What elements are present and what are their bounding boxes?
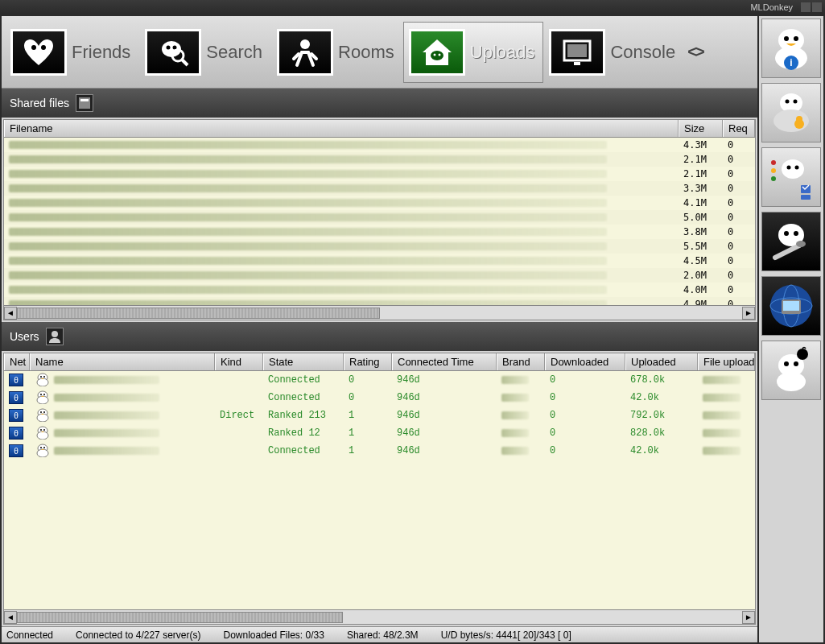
cell-req: 0 xyxy=(723,268,755,283)
table-row[interactable]: 2.1M0 xyxy=(4,152,755,167)
col-filename[interactable]: Filename xyxy=(4,120,679,137)
cell-net: θ xyxy=(4,424,30,442)
svg-point-53 xyxy=(771,176,776,181)
cell-name xyxy=(30,424,215,442)
side-quit-button[interactable] xyxy=(761,341,821,400)
cell-ctime: 946d xyxy=(392,424,497,442)
table-row[interactable]: 3.8M0 xyxy=(4,225,755,239)
side-im-button[interactable] xyxy=(761,83,821,142)
network-icon: θ xyxy=(9,444,23,457)
svg-rect-12 xyxy=(567,44,587,57)
tab-uploads[interactable]: Uploads xyxy=(403,22,544,83)
table-row[interactable]: θRanked 121946d0828.0k xyxy=(4,424,755,442)
cell-state: Connected xyxy=(263,389,344,407)
cell-downloaded: 0 xyxy=(545,389,625,407)
shared-files-icon[interactable] xyxy=(76,94,93,112)
tabs-scroll-arrows[interactable]: <> xyxy=(684,43,706,61)
cell-name xyxy=(30,389,215,407)
tab-friends[interactable]: Friends xyxy=(5,22,139,83)
cell-size: 3.8M xyxy=(679,225,723,239)
network-icon: θ xyxy=(9,409,23,422)
cell-size: 4.1M xyxy=(679,196,723,210)
shared-files-label: Shared files xyxy=(10,97,69,109)
svg-point-67 xyxy=(784,361,789,366)
cell-req: 0 xyxy=(723,283,755,297)
cell-uploaded: 42.0k xyxy=(625,442,698,460)
house-icon xyxy=(409,29,465,76)
col-net[interactable]: Net xyxy=(4,353,30,370)
col-downloaded[interactable]: Downloaded xyxy=(545,353,625,370)
svg-point-4 xyxy=(173,45,177,49)
cell-downloaded: 0 xyxy=(545,424,625,442)
person-icon xyxy=(277,29,333,76)
col-brand[interactable]: Brand xyxy=(497,353,545,370)
cell-size: 4.3M xyxy=(679,138,723,152)
table-row[interactable]: 4.5M0 xyxy=(4,254,755,268)
table-row[interactable]: 5.0M0 xyxy=(4,210,755,225)
table-row[interactable]: 2.1M0 xyxy=(4,167,755,181)
side-tool-button[interactable] xyxy=(761,212,821,271)
svg-point-48 xyxy=(782,159,804,179)
col-req[interactable]: Req xyxy=(723,120,755,137)
svg-point-38 xyxy=(784,36,789,41)
shared-scrollbar[interactable]: ◄ ► xyxy=(4,305,755,320)
col-rating[interactable]: Rating xyxy=(344,353,392,370)
table-row[interactable]: 3.3M0 xyxy=(4,181,755,196)
cell-filename xyxy=(4,268,679,283)
col-state[interactable]: State xyxy=(263,353,344,370)
close-button[interactable] xyxy=(812,2,822,12)
status-connection: Connected xyxy=(6,630,53,641)
table-row[interactable]: 2.0M0 xyxy=(4,268,755,283)
table-row[interactable]: θConnected0946d0678.0k xyxy=(4,371,755,389)
col-name[interactable]: Name xyxy=(30,353,215,370)
table-row[interactable]: 4.3M0 xyxy=(4,138,755,152)
col-ctime[interactable]: Connected Time xyxy=(392,353,497,370)
network-icon: θ xyxy=(9,391,23,404)
users-icon[interactable] xyxy=(46,328,64,345)
search-icon xyxy=(145,29,201,76)
cell-state: Connected xyxy=(263,442,344,460)
table-row[interactable]: 4.1M0 xyxy=(4,196,755,210)
cell-filename xyxy=(4,239,679,254)
tab-search[interactable]: Search xyxy=(139,22,271,83)
col-kind[interactable]: Kind xyxy=(215,353,263,370)
svg-point-8 xyxy=(431,51,443,60)
cell-filename xyxy=(4,283,679,297)
cell-state: Connected xyxy=(263,371,344,389)
cell-net: θ xyxy=(4,407,30,424)
col-file-upload[interactable]: File upload xyxy=(698,353,755,370)
cell-net: θ xyxy=(4,442,30,460)
cell-req: 0 xyxy=(723,225,755,239)
svg-text:i: i xyxy=(790,57,792,68)
tab-console[interactable]: Console xyxy=(543,22,684,83)
svg-point-18 xyxy=(40,376,42,378)
cell-filename xyxy=(4,196,679,210)
table-row[interactable]: 4.0M0 xyxy=(4,283,755,297)
users-scrollbar[interactable]: ◄ ► xyxy=(4,609,755,624)
window-titlebar: MLDonkey xyxy=(0,0,825,14)
tab-label: Console xyxy=(610,42,675,63)
cell-file-upload xyxy=(698,424,755,442)
side-info-button[interactable]: i xyxy=(761,19,821,78)
tab-rooms[interactable]: Rooms xyxy=(271,22,403,83)
screen-icon xyxy=(549,29,605,76)
cell-req: 0 xyxy=(723,138,755,152)
minimize-button[interactable] xyxy=(801,2,811,12)
cell-kind: Direct xyxy=(215,407,263,424)
table-row[interactable]: θConnected0946d042.0k xyxy=(4,389,755,407)
cell-file-upload xyxy=(698,371,755,389)
table-row[interactable]: θDirectRanked 2131946d0792.0k xyxy=(4,407,755,424)
table-row[interactable]: θConnected1946d042.0k xyxy=(4,442,755,460)
cell-req: 0 xyxy=(723,239,755,254)
tab-label: Rooms xyxy=(338,42,394,63)
table-row[interactable]: 5.5M0 xyxy=(4,239,755,254)
svg-point-9 xyxy=(433,53,435,56)
side-settings-button[interactable] xyxy=(761,147,821,207)
side-globe-button[interactable] xyxy=(761,276,821,336)
side-toolbar: i xyxy=(759,16,823,642)
svg-point-47 xyxy=(796,116,802,122)
col-size[interactable]: Size xyxy=(679,120,723,137)
cell-size: 2.1M xyxy=(679,152,723,167)
col-uploaded[interactable]: Uploaded xyxy=(625,353,698,370)
table-row[interactable]: 4.9M0 xyxy=(4,297,755,305)
